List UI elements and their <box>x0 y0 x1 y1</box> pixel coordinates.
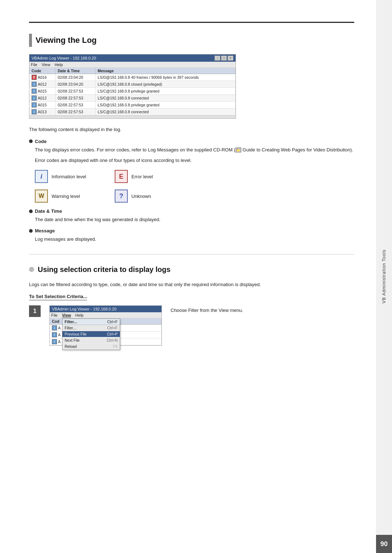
bullet-dot-2 <box>29 210 33 213</box>
log-cell-code: E A016 <box>29 74 56 81</box>
error-label: Error level <box>131 174 153 179</box>
log-cell-datetime: 02/08 22:57:53 <box>56 88 95 95</box>
col-datetime: Date & Time <box>56 68 95 74</box>
log-cell-message: LS/D@192.168.0.8 privilege granted <box>95 102 235 109</box>
chapter-number: 90 <box>376 535 392 553</box>
col-code: Code <box>29 68 56 74</box>
log-code-icon: E <box>32 75 37 80</box>
step-1-number: 1 <box>29 305 41 317</box>
log-cell-code: i A012 <box>29 81 56 88</box>
section1: Viewing the Log VBAdmin Log Viewer - 192… <box>29 34 354 243</box>
section-heading-bar <box>29 34 32 47</box>
view-dropdown-menu: Filter...Ctrl+F Filter...Ctrl+F Previous… <box>62 318 120 350</box>
sidebar-label: VB Administration Tools <box>381 249 387 304</box>
log-code-icon: i <box>32 109 37 114</box>
minimize-button[interactable]: - <box>215 56 220 61</box>
log-table-row: i A015 02/08 22:57:53 LS/C@192.168.0.8 p… <box>29 88 236 95</box>
filter-content-area: Cod Message i A S/D@192.: i A <box>50 318 162 345</box>
log-cell-code: i A015 <box>29 102 56 109</box>
cd-icon: 📁 <box>236 147 241 153</box>
section1-heading: Viewing the Log <box>29 34 354 47</box>
log-table-row: i A012 02/08 23:04:20 LS/C@192.168.0.8 c… <box>29 81 236 88</box>
col-message: Message <box>95 68 235 74</box>
log-cell-message: LS/C@192.168.0.8 connected <box>95 95 235 102</box>
bullet-code-content: The log displays error codes. For error … <box>35 146 354 164</box>
code-para2: Error codes are displayed with one of fo… <box>35 157 354 164</box>
titlebar-buttons: - □ × <box>215 56 233 61</box>
section2: Using selection criteria to display logs… <box>29 265 354 346</box>
page-container: Viewing the Log VBAdmin Log Viewer - 192… <box>0 0 392 553</box>
icon-unknown-item: ? Unknown <box>115 190 180 203</box>
step-1-row: 1 VBAdmin Log Viewer - 192.168.0.20 File… <box>29 305 354 346</box>
log-table-row: i A013 02/08 22:57:53 LS/C@192.168.0.8 c… <box>29 109 236 115</box>
main-content: Viewing the Log VBAdmin Log Viewer - 192… <box>0 0 376 553</box>
section2-title: Using selection criteria to display logs <box>38 265 171 274</box>
bullet-datetime-heading: Date & Time <box>29 208 354 214</box>
section2-intro: Logs can be filtered according to type, … <box>29 281 354 289</box>
log-viewer-title: VBAdmin Log Viewer - 192.168.0.20 <box>32 56 96 60</box>
bullet-dot <box>29 139 33 143</box>
section2-heading-bar <box>29 267 34 272</box>
filter-window: VBAdmin Log Viewer - 192.168.0.20 File V… <box>49 305 162 346</box>
filter-menu-view[interactable]: View <box>62 313 71 317</box>
log-table-row: i A015 02/08 22:57:53 LS/D@192.168.0.8 p… <box>29 102 236 109</box>
filter-menu-file[interactable]: File <box>51 313 58 317</box>
top-border <box>29 22 354 23</box>
section1-title: Viewing the Log <box>36 36 97 45</box>
dropdown-reload[interactable]: ReloadF5 <box>62 343 120 350</box>
bullet-code-heading: Code <box>29 139 354 144</box>
log-code-icon: i <box>32 102 37 107</box>
info-icon: i <box>35 170 48 183</box>
menu-help[interactable]: Help <box>54 62 63 67</box>
log-code-icon: i <box>32 89 37 94</box>
log-table-body: E A016 02/08 23:04:20 LS/D@192.168.0.8 4… <box>29 74 236 115</box>
menu-view[interactable]: View <box>42 62 50 67</box>
content-intro: The following content is displayed in th… <box>29 126 354 134</box>
info-label: Information level <box>52 174 86 179</box>
bullet-datetime-content: The date and time when the log was gener… <box>35 216 354 224</box>
log-code-icon: i <box>32 82 37 87</box>
log-cell-message: LS/D@192.168.0.8 40 frames / 90066 bytes… <box>95 74 235 81</box>
log-cell-code: i A015 <box>29 88 56 95</box>
code-para1: The log displays error codes. For error … <box>35 146 354 154</box>
log-cell-datetime: 02/08 23:04:20 <box>56 74 95 81</box>
dropdown-filter[interactable]: Filter...Ctrl+F <box>62 325 120 331</box>
log-cell-datetime: 02/08 22:57:53 <box>56 102 95 109</box>
log-table-row: i A012 02/08 22:57:53 LS/C@192.168.0.8 c… <box>29 95 236 102</box>
bullet-message: Message Log messages are displayed. <box>29 228 354 243</box>
log-cell-code: i A013 <box>29 109 56 115</box>
bullet-dot-3 <box>29 229 33 233</box>
bullet-message-heading: Message <box>29 228 354 233</box>
log-cell-message: LS/C@192.168.0.8 privilege granted <box>95 88 235 95</box>
unknown-icon: ? <box>115 190 128 203</box>
bullet-code-label: Code <box>35 139 47 144</box>
datetime-para: The date and time when the log was gener… <box>35 216 354 224</box>
log-viewer-menubar: File View Help <box>29 62 236 68</box>
dropdown-previous-file[interactable]: Previous FileCtrl+P <box>62 331 120 337</box>
log-cell-message: LS/C@192.168.0.8 connected <box>95 109 235 115</box>
icon-info-item: i Information level <box>35 170 100 183</box>
maximize-button[interactable]: □ <box>221 56 227 61</box>
icon-error-item: E Error level <box>115 170 180 183</box>
icon-warn-item: W Warning level <box>35 190 100 203</box>
step-1-instruction: Choose Filter from the View menu. <box>171 305 243 314</box>
bullet-message-content: Log messages are displayed. <box>35 236 354 243</box>
filter-menubar: File View Help <box>50 312 162 318</box>
message-para: Log messages are displayed. <box>35 236 354 243</box>
log-table: Code Date & Time Message E A016 02/08 23… <box>29 68 236 115</box>
subsection-label: To Set Selection Criteria... <box>29 294 87 300</box>
log-cell-code: i A012 <box>29 95 56 102</box>
unknown-label: Unknown <box>131 194 151 199</box>
log-viewer-titlebar: VBAdmin Log Viewer - 192.168.0.20 - □ × <box>29 54 236 62</box>
close-button[interactable]: × <box>228 56 233 61</box>
right-sidebar: VB Administration Tools 90 <box>376 0 392 553</box>
filter-menu-help[interactable]: Help <box>75 313 84 317</box>
bullet-message-label: Message <box>35 228 55 233</box>
bullet-code: Code The log displays error codes. For e… <box>29 139 354 203</box>
error-icon: E <box>115 170 128 183</box>
log-table-header-row: Code Date & Time Message <box>29 68 236 74</box>
log-cell-datetime: 02/08 23:04:20 <box>56 81 95 88</box>
menu-file[interactable]: File <box>31 62 37 67</box>
log-table-row: E A016 02/08 23:04:20 LS/D@192.168.0.8 4… <box>29 74 236 81</box>
dropdown-next-file[interactable]: Next FileCtrl+N <box>62 337 120 343</box>
